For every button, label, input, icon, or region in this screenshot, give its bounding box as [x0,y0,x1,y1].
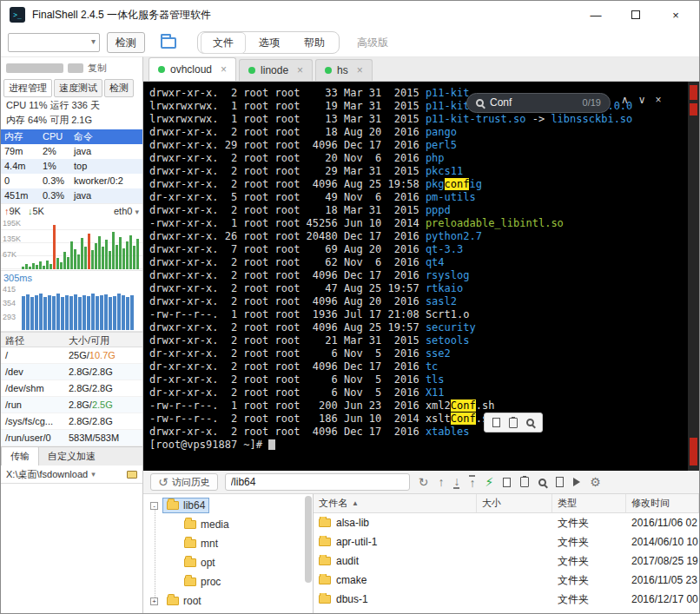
run-icon[interactable] [573,478,580,486]
chevron-down-icon[interactable]: ▾ [91,470,96,479]
column-path[interactable]: 路径 [1,333,67,347]
process-row[interactable]: 4.4m1%top [1,159,142,174]
copy-address-button[interactable]: 复制 [88,62,107,75]
tree-item-proc[interactable]: proc [143,572,313,591]
download-icon[interactable]: ↓ [453,475,459,489]
sidebar-tab-1[interactable]: 速度测试 [54,79,102,97]
open-folder-icon[interactable] [127,471,137,479]
search-query[interactable]: Conf [490,96,512,109]
history-button[interactable]: ↺ 访问历史 [150,473,218,491]
refresh-icon[interactable]: ↻ [419,476,429,488]
sidebar-tab-0[interactable]: 进程管理 [3,79,52,97]
file-toolbar: ↺ 访问历史 ↻ ↑ ↓ ↑ ⚡ ⚙ [143,471,699,494]
maximize-button[interactable] [630,10,642,19]
disk-row[interactable]: /dev2.8G/2.8G [1,364,142,380]
sidebar-tab-2[interactable]: 检测 [104,79,134,97]
column-filename[interactable]: 文件名▲ [314,494,477,512]
tree-item-media[interactable]: media [143,515,313,534]
transfer-list[interactable] [1,484,142,613]
column-type[interactable]: 类型 [552,494,626,512]
tree-item-opt[interactable]: opt [143,553,313,572]
tab-close-icon[interactable]: × [221,63,227,76]
file-row[interactable]: apr-util-1文件夹2014/06/10 10 [314,532,699,551]
terminal-tab-ovhcloud[interactable]: ovhcloud× [149,57,236,81]
path-input[interactable] [225,473,410,491]
download-path: X:\桌面\fsdownload [6,468,88,481]
minimize-button[interactable]: — [590,9,602,22]
search-icon[interactable] [538,479,546,486]
folder-icon [319,595,331,604]
file-row[interactable]: audit文件夹2017/08/25 19 [314,551,699,571]
close-button[interactable]: × [670,9,682,22]
connection-manager-icon[interactable] [161,37,176,49]
process-row[interactable]: 79m2%java [1,144,142,159]
terminal-tab-linode[interactable]: linode× [239,59,313,81]
terminal-screen[interactable]: drwxr-xr-x. 2 root root 33 Mar 31 2015 p… [143,82,688,471]
tree-item-mnt[interactable]: mnt [143,534,313,553]
flash-transfer-icon[interactable]: ⚡ [485,476,493,488]
disk-table-header[interactable]: 路径 大小/可用 [1,332,142,347]
disk-row[interactable]: /sys/fs/cg...2.8G/2.8G [1,413,142,430]
search-close-icon[interactable]: × [656,94,662,107]
process-row[interactable]: 451m0.3%java [1,188,142,203]
new-file-icon[interactable] [556,477,564,487]
copy-icon[interactable] [492,418,500,427]
disk-row[interactable]: /run2.8G/2.5G [1,397,142,413]
host-combo[interactable]: ▾ [8,33,100,52]
paste-icon[interactable] [520,477,529,487]
disk-row[interactable]: /dev/shm2.8G/2.8G [1,380,142,397]
transfer-tab-0[interactable]: 传输 [1,446,39,465]
net-bar [105,240,108,269]
transfer-tab-1[interactable]: 自定义加速 [39,447,104,465]
menu-0[interactable]: 文件 [201,32,246,54]
column-size[interactable]: 大小 [477,494,552,512]
process-row[interactable]: 00.3%kworker/0:2 [1,174,142,188]
titlebar[interactable]: >_ FinalShell 2.4.5 一体化服务器管理软件 — × [1,1,699,29]
main-area: ovhcloud×linode×hs× drwxr-xr-x. 2 root r… [143,56,699,613]
interface-select[interactable]: eth0 ▾ [114,206,139,216]
net-bar [91,250,94,269]
folder-icon [319,518,331,527]
upload-icon[interactable]: ↑ [469,475,475,489]
terminal-line: drwxr-xr-x. 29 root root 4096 Dec 17 201… [149,139,688,152]
file-row[interactable]: cmake文件夹2016/11/05 23 [314,571,699,590]
search-icon[interactable] [526,419,534,426]
disk-row[interactable]: /25G/10.7G [1,347,142,364]
terminal-search-box[interactable]: Conf 0/19 [466,93,611,113]
terminal-prompt[interactable]: [root@vps91887 ~]# [149,439,688,452]
disk-row[interactable]: /run/user/0583M/583M [1,430,142,446]
terminal-scrollbar[interactable] [688,82,699,471]
ping-bar [69,296,73,330]
file-row[interactable]: alsa-lib文件夹2016/11/06 02 [314,513,699,532]
edition-label[interactable]: 高级版 [357,36,388,50]
chevron-down-icon: ▾ [135,208,139,216]
column-cpu[interactable]: CPU [39,129,70,144]
process-table-header[interactable]: 内存 CPU 命令 [1,129,142,144]
network-bars [22,219,141,269]
tree-expander-icon[interactable]: + [150,597,158,605]
tree-item-lib64[interactable]: -lib64 [143,496,313,515]
paste-icon[interactable] [509,418,518,428]
download-path-row[interactable]: X:\桌面\fsdownload ▾ [1,465,142,484]
search-match-marker [690,103,697,116]
column-modified[interactable]: 修改时间 [626,494,699,512]
parent-dir-icon[interactable]: ↑ [438,476,444,488]
search-prev-icon[interactable]: ∧ [621,94,629,107]
tab-close-icon[interactable]: × [297,64,303,76]
settings-gear-icon[interactable]: ⚙ [590,476,601,488]
tree-item-root[interactable]: +root [143,591,313,611]
column-cmd[interactable]: 命令 [70,129,142,144]
net-bar [32,263,35,269]
column-mem[interactable]: 内存 [1,129,39,144]
menu-1[interactable]: 选项 [248,33,291,53]
copy-icon[interactable] [503,478,511,487]
search-next-icon[interactable]: ∨ [638,94,646,107]
net-axis-label: 195K [3,219,21,228]
tree-expander-icon[interactable]: - [150,502,158,510]
menu-2[interactable]: 帮助 [293,33,336,53]
file-row[interactable]: dbus-1文件夹2016/12/17 00 [314,590,699,609]
column-size[interactable]: 大小/可用 [67,333,142,347]
tab-close-icon[interactable]: × [357,64,363,76]
terminal-tab-hs[interactable]: hs× [315,59,373,81]
detect-button[interactable]: 检测 [107,32,145,53]
